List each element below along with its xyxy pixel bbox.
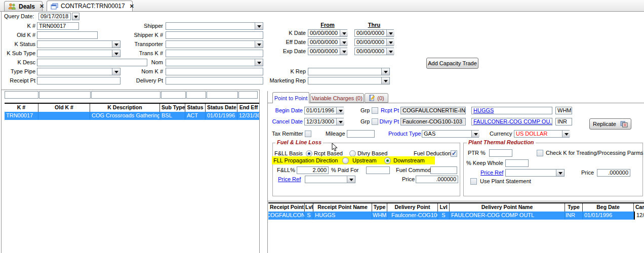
chevron-down-icon[interactable] [255,23,263,29]
grp-dlvry-checkbox[interactable] [372,118,378,125]
from-column-header: From [308,21,347,29]
ptr-pct-label: PTR % [468,149,486,157]
k-sub-type-select[interactable] [37,50,120,57]
tab-close-icon[interactable]: ✕ [39,3,44,10]
keep-whole-input[interactable] [505,159,529,167]
grid-filter-cell[interactable] [238,91,258,99]
chevron-down-icon[interactable] [562,131,570,137]
transporter-select[interactable] [166,40,263,48]
tab-point-to-point[interactable]: Point to Point [272,92,309,103]
contract-list-panel: K # Old K # K Description Sub Type Statu… [1,90,260,253]
dlvry-pt-name-link[interactable]: FAULCONER-COG COMP OU... [473,118,552,124]
tab-variable-charges[interactable]: Variable Charges (0) [310,93,364,103]
cell-status-date: 01/01/1996 [206,112,237,120]
shipper-k-input[interactable] [166,31,263,39]
fll-pct-label: F&LL% [273,166,295,174]
dlvry-pt-label: Dlvry Pt [379,118,399,125]
shipper-select[interactable] [166,22,263,30]
currency-select[interactable]: US DOLLAR [514,130,570,138]
grp-rcpt-checkbox[interactable] [372,107,378,114]
rcpt-pt-name-link[interactable]: HUGGS [473,107,494,113]
grid-filter-cell[interactable] [5,91,38,99]
chevron-down-icon[interactable] [336,118,344,125]
replicate-button[interactable]: Replicate [589,118,631,130]
fll-price-input[interactable]: .000000 [416,176,458,183]
contract-detail-panel: Point to Point Variable Charges (0) (0) … [267,91,644,253]
rcpt-pt-type[interactable]: WHM [555,107,572,114]
cell-cancel-date[interactable]: 12/31/3000 [634,212,644,220]
fll-price-ref-link[interactable]: Price Ref [278,176,301,183]
k-sub-type-label: K Sub Type [0,50,35,57]
trans-k-input[interactable] [166,50,263,57]
chevron-down-icon[interactable] [381,68,389,75]
old-k-number-input[interactable] [37,31,98,39]
cell-status: ACT [185,112,206,120]
grp-label: Grp [360,107,370,114]
chevron-down-icon[interactable] [556,170,564,176]
cell-delivery-point-name: FAULCONER-COG COMP OUTL [450,212,565,220]
chevron-down-icon[interactable] [347,176,355,183]
use-plant-statement-checkbox[interactable] [470,178,477,185]
old-k-number-label: Old K # [0,31,35,39]
dlvry-pt-type[interactable]: INR [555,118,572,125]
table-row[interactable]: TRN00017 COG Crossroads Gathering BSL AC… [5,112,260,120]
upstream-radio[interactable] [342,157,349,164]
marketing-rep-select[interactable] [308,77,390,85]
chevron-down-icon[interactable] [386,48,394,55]
chevron-down-icon[interactable] [386,30,394,36]
receipt-pt-input[interactable] [37,77,120,85]
grid-filter-cell[interactable] [91,91,160,99]
grid-filter-cell[interactable] [39,91,91,99]
chevron-down-icon[interactable] [340,30,348,36]
add-capacity-trade-button[interactable]: Add Capacity Trade [426,58,478,69]
rcpt-pt-name-link-box: HUGGS [471,107,552,114]
tab-notes[interactable]: (0) [365,93,388,103]
dlvry-pt-value[interactable]: Faulconer-COG100-103 [400,118,466,125]
type-pipe-select[interactable] [37,68,120,75]
chevron-down-icon[interactable] [340,39,348,46]
mileage-input[interactable] [347,130,375,138]
table-row[interactable]: COGFAULCONERTIE-IN S HUGGS WHM Faulconer… [268,212,644,220]
ptr-price-input[interactable]: .000000 [597,169,630,177]
shipper-label: Shipper [116,22,163,30]
delivery-pt-label: Delivery Pt [116,77,163,85]
k-number-label: K # [0,22,35,30]
fuel-commod-input[interactable] [430,166,457,174]
grid-filter-cell[interactable] [161,91,186,99]
query-date-dropdown-icon[interactable] [72,13,79,20]
tab-strip-line [268,103,644,103]
ptr-price-ref-select[interactable] [505,169,565,177]
paid-for-input[interactable] [366,166,390,174]
query-date-input[interactable]: 09/17/2018 [38,13,71,20]
ptr-price-ref-link[interactable]: Price Ref [480,169,503,177]
downstream-radio[interactable] [384,157,391,164]
nom-label: Nom [116,59,163,66]
chevron-down-icon[interactable] [386,39,394,46]
chevron-down-icon[interactable] [255,41,263,48]
fll-price-ref-select[interactable] [305,176,355,183]
chevron-down-icon[interactable] [336,107,344,114]
tab-deals[interactable]: Deals ✕ [4,1,43,11]
tax-remitter-checkbox[interactable] [305,131,311,137]
tab-bar: Deals ✕ CONTRACT:TRN00017 ✕ [0,0,644,12]
ptr-pct-input[interactable] [489,149,512,157]
window-icon [51,3,58,10]
product-type-select[interactable]: GAS [422,130,479,138]
k-status-select[interactable] [37,40,120,48]
fll-pct-input[interactable]: 2.000 [297,166,329,174]
exp-date-label: Exp Date [271,48,306,55]
k-number-input[interactable]: TRN00017 [37,22,79,30]
grid-filter-cell[interactable] [207,91,238,99]
chevron-down-icon[interactable] [340,48,348,55]
grid-filter-cell[interactable] [186,91,206,99]
k-rep-select[interactable] [308,68,390,75]
chevron-down-icon[interactable] [255,59,263,66]
tab-close-icon[interactable]: ✕ [130,3,134,10]
nom-select[interactable] [166,59,263,66]
check-k-checkbox[interactable] [537,150,543,156]
chevron-down-icon[interactable] [381,77,389,84]
rcpt-pt-value[interactable]: COGFAULCONERTIE-IN [400,107,466,114]
tab-contract[interactable]: CONTRACT:TRN00017 ✕ [47,1,133,11]
fuel-deduction-checkbox[interactable] [451,150,457,157]
chevron-down-icon[interactable] [471,131,479,137]
